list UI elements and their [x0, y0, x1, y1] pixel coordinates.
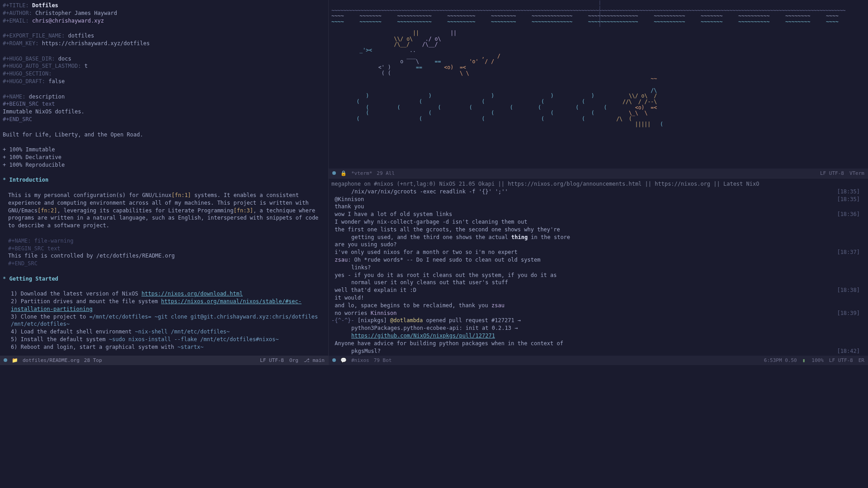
- buffer-position: 29 All: [377, 170, 395, 177]
- major-mode[interactable]: VTerm: [849, 170, 864, 177]
- irc-ping[interactable]: Kinnison: [371, 310, 397, 316]
- export-key: #+EXPORT_FILE_NAME:: [3, 33, 65, 39]
- chat-icon: 💬: [340, 357, 347, 364]
- encoding: LF UTF-8: [820, 170, 844, 177]
- step-6: 6) Reboot and login, start a graphical s…: [3, 343, 326, 351]
- heading-star: *: [3, 276, 6, 282]
- irc-link[interactable]: https://github.com/NixOS/nixpkgs/pull/12…: [351, 333, 495, 339]
- irc-message: and lo, space begins to be reclaimed, th…: [331, 302, 865, 310]
- heading-introduction[interactable]: Introduction: [9, 177, 48, 183]
- encoding: LF UTF-8: [260, 357, 284, 364]
- irc-timestamp: [18:42]: [837, 347, 860, 355]
- desc-begin-src: #+BEGIN_SRC text: [3, 100, 326, 108]
- irc-message: the first one lists all the gcroots, the…: [331, 226, 865, 234]
- desc-name-value: description: [29, 94, 65, 100]
- modified-indicator-icon: [4, 358, 7, 362]
- footnote-2[interactable]: [fn:2]: [38, 207, 57, 214]
- git-branch[interactable]: main: [304, 357, 325, 364]
- irc-ping[interactable]: zsau: [335, 257, 348, 263]
- major-mode[interactable]: Org: [289, 357, 298, 364]
- irc-message: [18:38] well that'd explain it :D: [331, 286, 865, 294]
- hugo-base-key: #+HUGO_BASE_DIR:: [3, 56, 55, 62]
- warn-begin-src: #+BEGIN_SRC text: [3, 245, 326, 253]
- tagline: Built for Life, Liberty, and the Open Ro…: [3, 131, 326, 139]
- irc-message: thank you: [331, 203, 865, 211]
- step-3: 3) Clone the project to =/mnt/etc/dotfil…: [3, 313, 326, 328]
- heading-getting-started[interactable]: Getting Started: [9, 276, 58, 282]
- irc-messages[interactable]: [18:35] @Kinnison thank you[18:36] wow I…: [331, 196, 865, 365]
- hugo-lastmod-key: #+HUGO_AUTO_SET_LASTMOD:: [3, 63, 81, 69]
- author-value: Christopher James Hayward: [35, 10, 117, 16]
- heading-star: *: [3, 177, 6, 183]
- irc-timestamp: [18:36]: [837, 211, 860, 218]
- irc-bot-symbol: -{^-^}-: [331, 317, 354, 324]
- hugo-draft-value: false: [48, 78, 65, 84]
- irc-message: [18:36] wow I have a lot of old system l…: [331, 211, 865, 218]
- irc-message: normal user it only cleans out that user…: [331, 279, 865, 286]
- warn-name-key: #+NAME:: [8, 238, 31, 244]
- battery-percent: 100%: [811, 357, 824, 364]
- major-mode[interactable]: ER: [859, 357, 864, 364]
- link-nixos-download[interactable]: https://nixos.org/download.html: [142, 291, 243, 297]
- irc-message: https://github.com/NixOS/nixpkgs/pull/12…: [331, 332, 865, 340]
- warn-body: This file is controlled by /etc/dotfiles…: [3, 252, 326, 260]
- step-5: 5) Install the default system ~sudo nixo…: [3, 336, 326, 343]
- irc-message: are you using sudo?: [331, 241, 865, 249]
- battery-icon: [802, 357, 807, 364]
- org-buffer-pane[interactable]: #+TITLE: Dotfiles #+AUTHOR: Christopher …: [0, 0, 329, 365]
- irc-message: getting used, and the third one shows th…: [331, 234, 865, 241]
- org-content[interactable]: #+TITLE: Dotfiles #+AUTHOR: Christopher …: [3, 2, 326, 365]
- irc-timestamp: [18:35]: [837, 196, 860, 203]
- buffer-position: 28 Top: [84, 357, 102, 364]
- irc-ping[interactable]: zsau: [491, 302, 505, 309]
- irc-timestamp: [18:37]: [837, 249, 860, 256]
- irc-pane[interactable]: megaphone on #nixos (+nrt,lag:0) NixOS 2…: [329, 178, 868, 365]
- hugo-base-value: docs: [58, 56, 71, 62]
- modeline-org[interactable]: 📁 dotfiles/README.org 28 Top LF UTF-8 Or…: [0, 356, 328, 365]
- footnote-3[interactable]: [fn:3]: [234, 207, 253, 214]
- hugo-section-key: #+HUGO_SECTION:: [3, 70, 52, 77]
- irc-bot-user: @dotlambda: [390, 317, 423, 324]
- irc-channel-info: megaphone on #nixos (+nrt,lag:0) NixOS 2…: [331, 180, 865, 188]
- buffer-position: 79 Bot: [374, 357, 392, 364]
- irc-message: yes - if you do it as root it cleans out…: [331, 272, 865, 279]
- hugo-draft-key: #+HUGO_DRAFT:: [3, 78, 45, 84]
- irc-message: python3Packages.python-ecobee-api: init …: [331, 324, 865, 332]
- irc-message: [18:37] i've only used nixos for a month…: [331, 249, 865, 256]
- desc-end-src: #+END_SRC: [3, 116, 326, 123]
- author-key: #+AUTHOR:: [3, 10, 32, 16]
- irc-info-cont: /nix/var/nix/gcroots -exec readlink -f '…: [331, 188, 508, 195]
- irc-message: links?: [331, 264, 865, 272]
- export-value: dotfiles: [68, 33, 94, 39]
- email-value: chris@chrishayward.xyz: [32, 18, 104, 24]
- irc-timestamp: [18:39]: [837, 310, 860, 317]
- irc-message: -{^-^}- [nixpkgs] @dotlambda opened pull…: [331, 317, 865, 324]
- irc-message: it would!: [331, 294, 865, 302]
- step-4: 4) Load the default shell environment ~n…: [3, 328, 326, 336]
- buffer-name[interactable]: *vterm*: [351, 170, 372, 177]
- folder-icon: 📁: [12, 357, 18, 364]
- bullet-immutable: + 100% Immutable: [3, 146, 326, 154]
- roam-key: #+ROAM_KEY:: [3, 40, 38, 47]
- buffer-name[interactable]: #nixos: [351, 357, 369, 364]
- modified-indicator-icon: [332, 358, 336, 362]
- irc-timestamp: [18:38]: [837, 286, 860, 294]
- buffer-name[interactable]: dotfiles/README.org: [23, 357, 80, 364]
- irc-message: [18:35] @Kinnison: [331, 196, 865, 203]
- modified-indicator-icon: [332, 171, 336, 175]
- title-value: Dotfiles: [32, 2, 58, 9]
- modeline-vterm[interactable]: 🔒 *vterm* 29 All LF UTF-8 VTerm: [329, 169, 868, 178]
- irc-timestamp: [18:35]: [837, 188, 860, 196]
- irc-message: [18:39] no worries Kinnison: [331, 310, 865, 317]
- vterm-pane[interactable]: | | | | | ~~~~~~~~~~~~~~~~~~~~~~~~~~~~~~…: [329, 0, 868, 178]
- ascii-divider: | | | | |: [599, 0, 602, 27]
- irc-message: zsau: Oh *rude words* -- Do I need sudo …: [331, 256, 865, 264]
- clock: 6:53PM 0.50: [764, 357, 797, 364]
- bullet-reproducible: + 100% Reproducible: [3, 161, 326, 169]
- modeline-irc[interactable]: 💬 #nixos 79 Bot 6:53PM 0.50 100% LF UTF-…: [329, 356, 868, 365]
- irc-message: Anyone have advice for building python p…: [331, 340, 865, 347]
- title-key: #+TITLE:: [3, 2, 29, 9]
- step-1: 1) Download the latest version of NixOS …: [3, 290, 326, 298]
- irc-message: [18:42]pkgsMusl?: [331, 347, 865, 355]
- footnote-1[interactable]: [fn:1]: [171, 192, 191, 198]
